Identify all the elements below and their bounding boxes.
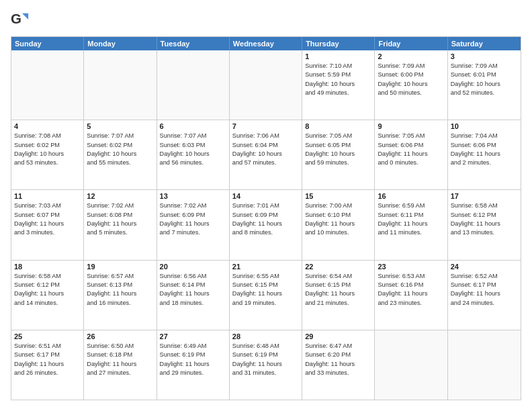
day-number: 9 — [378, 122, 444, 130]
calendar-row-2: 11Sunrise: 7:03 AM Sunset: 6:07 PM Dayli… — [11, 190, 521, 260]
calendar-row-3: 18Sunrise: 6:58 AM Sunset: 6:12 PM Dayli… — [11, 261, 521, 330]
cell-info: Sunrise: 6:48 AM Sunset: 6:19 PM Dayligh… — [232, 342, 299, 377]
cell-info: Sunrise: 7:06 AM Sunset: 6:04 PM Dayligh… — [232, 132, 299, 167]
day-number: 21 — [232, 263, 299, 271]
calendar-cell: 26Sunrise: 6:50 AM Sunset: 6:18 PM Dayli… — [84, 330, 157, 400]
cell-info: Sunrise: 7:01 AM Sunset: 6:09 PM Dayligh… — [232, 201, 299, 237]
day-number: 13 — [160, 192, 226, 200]
calendar: SundayMondayTuesdayWednesdayThursdayFrid… — [11, 36, 521, 400]
cell-info: Sunrise: 6:54 AM Sunset: 6:15 PM Dayligh… — [305, 272, 371, 308]
calendar-header: SundayMondayTuesdayWednesdayThursdayFrid… — [11, 37, 521, 50]
day-number: 7 — [232, 122, 299, 130]
cell-info: Sunrise: 7:07 AM Sunset: 6:03 PM Dayligh… — [160, 132, 226, 167]
day-number: 14 — [232, 192, 299, 200]
header-cell-saturday: Saturday — [448, 37, 521, 50]
header-cell-sunday: Sunday — [11, 37, 84, 50]
day-number: 3 — [451, 52, 518, 60]
day-number: 15 — [305, 192, 371, 200]
calendar-cell: 7Sunrise: 7:06 AM Sunset: 6:04 PM Daylig… — [230, 120, 302, 189]
calendar-cell: 28Sunrise: 6:48 AM Sunset: 6:19 PM Dayli… — [230, 330, 302, 400]
header-cell-tuesday: Tuesday — [157, 37, 230, 50]
calendar-cell — [230, 50, 302, 120]
cell-info: Sunrise: 6:53 AM Sunset: 6:16 PM Dayligh… — [378, 272, 444, 308]
day-number: 5 — [87, 122, 153, 130]
cell-info: Sunrise: 6:51 AM Sunset: 6:17 PM Dayligh… — [14, 342, 81, 377]
day-number: 26 — [87, 332, 153, 340]
svg-text:G: G — [11, 11, 21, 26]
cell-info: Sunrise: 6:52 AM Sunset: 6:17 PM Dayligh… — [451, 272, 518, 308]
calendar-cell: 22Sunrise: 6:54 AM Sunset: 6:15 PM Dayli… — [302, 261, 375, 330]
calendar-cell: 9Sunrise: 7:05 AM Sunset: 6:06 PM Daylig… — [375, 120, 447, 189]
cell-info: Sunrise: 6:58 AM Sunset: 6:12 PM Dayligh… — [14, 272, 81, 308]
day-number: 23 — [378, 263, 444, 271]
calendar-cell: 6Sunrise: 7:07 AM Sunset: 6:03 PM Daylig… — [157, 120, 230, 189]
logo: G — [11, 11, 32, 30]
calendar-cell: 21Sunrise: 6:55 AM Sunset: 6:15 PM Dayli… — [230, 261, 302, 330]
calendar-cell — [84, 50, 157, 120]
day-number: 19 — [87, 263, 153, 271]
calendar-row-1: 4Sunrise: 7:08 AM Sunset: 6:02 PM Daylig… — [11, 120, 521, 190]
day-number: 27 — [160, 332, 226, 340]
cell-info: Sunrise: 7:04 AM Sunset: 6:06 PM Dayligh… — [451, 132, 518, 167]
cell-info: Sunrise: 7:10 AM Sunset: 5:59 PM Dayligh… — [305, 62, 371, 97]
cell-info: Sunrise: 6:58 AM Sunset: 6:12 PM Dayligh… — [451, 201, 518, 237]
calendar-cell: 10Sunrise: 7:04 AM Sunset: 6:06 PM Dayli… — [448, 120, 521, 189]
header-cell-thursday: Thursday — [302, 37, 375, 50]
cell-info: Sunrise: 6:50 AM Sunset: 6:18 PM Dayligh… — [87, 342, 153, 377]
day-number: 1 — [305, 52, 371, 60]
cell-info: Sunrise: 7:09 AM Sunset: 6:00 PM Dayligh… — [378, 62, 444, 97]
cell-info: Sunrise: 6:55 AM Sunset: 6:15 PM Dayligh… — [232, 272, 299, 308]
cell-info: Sunrise: 7:08 AM Sunset: 6:02 PM Dayligh… — [14, 132, 81, 167]
day-number: 4 — [14, 122, 81, 130]
day-number: 20 — [160, 263, 226, 271]
day-number: 11 — [14, 192, 81, 200]
header-cell-wednesday: Wednesday — [230, 37, 302, 50]
calendar-cell: 18Sunrise: 6:58 AM Sunset: 6:12 PM Dayli… — [11, 261, 84, 330]
calendar-cell: 14Sunrise: 7:01 AM Sunset: 6:09 PM Dayli… — [230, 190, 302, 259]
calendar-cell — [157, 50, 230, 120]
cell-info: Sunrise: 7:05 AM Sunset: 6:05 PM Dayligh… — [305, 132, 371, 167]
day-number: 16 — [378, 192, 444, 200]
calendar-cell: 17Sunrise: 6:58 AM Sunset: 6:12 PM Dayli… — [448, 190, 521, 259]
calendar-cell: 3Sunrise: 7:09 AM Sunset: 6:01 PM Daylig… — [448, 50, 521, 120]
day-number: 22 — [305, 263, 371, 271]
calendar-cell — [375, 330, 447, 400]
calendar-row-4: 25Sunrise: 6:51 AM Sunset: 6:17 PM Dayli… — [11, 330, 521, 400]
cell-info: Sunrise: 7:03 AM Sunset: 6:07 PM Dayligh… — [14, 201, 81, 237]
day-number: 6 — [160, 122, 226, 130]
header: G — [11, 11, 521, 30]
cell-info: Sunrise: 7:07 AM Sunset: 6:02 PM Dayligh… — [87, 132, 153, 167]
calendar-cell: 8Sunrise: 7:05 AM Sunset: 6:05 PM Daylig… — [302, 120, 375, 189]
calendar-body: 1Sunrise: 7:10 AM Sunset: 5:59 PM Daylig… — [11, 50, 521, 400]
day-number: 2 — [378, 52, 444, 60]
day-number: 25 — [14, 332, 81, 340]
cell-info: Sunrise: 6:49 AM Sunset: 6:19 PM Dayligh… — [160, 342, 226, 377]
cell-info: Sunrise: 6:47 AM Sunset: 6:20 PM Dayligh… — [305, 342, 371, 377]
calendar-cell: 11Sunrise: 7:03 AM Sunset: 6:07 PM Dayli… — [11, 190, 84, 259]
header-cell-friday: Friday — [375, 37, 447, 50]
svg-marker-1 — [22, 13, 28, 19]
day-number: 18 — [14, 263, 81, 271]
calendar-cell: 4Sunrise: 7:08 AM Sunset: 6:02 PM Daylig… — [11, 120, 84, 189]
calendar-cell: 2Sunrise: 7:09 AM Sunset: 6:00 PM Daylig… — [375, 50, 447, 120]
calendar-cell — [448, 330, 521, 400]
calendar-cell: 24Sunrise: 6:52 AM Sunset: 6:17 PM Dayli… — [448, 261, 521, 330]
header-cell-monday: Monday — [84, 37, 157, 50]
cell-info: Sunrise: 7:09 AM Sunset: 6:01 PM Dayligh… — [451, 62, 518, 97]
day-number: 29 — [305, 332, 371, 340]
day-number: 24 — [451, 263, 518, 271]
day-number: 8 — [305, 122, 371, 130]
calendar-cell: 27Sunrise: 6:49 AM Sunset: 6:19 PM Dayli… — [157, 330, 230, 400]
day-number: 12 — [87, 192, 153, 200]
calendar-cell: 25Sunrise: 6:51 AM Sunset: 6:17 PM Dayli… — [11, 330, 84, 400]
day-number: 10 — [451, 122, 518, 130]
calendar-cell: 15Sunrise: 7:00 AM Sunset: 6:10 PM Dayli… — [302, 190, 375, 259]
day-number: 17 — [451, 192, 518, 200]
cell-info: Sunrise: 7:02 AM Sunset: 6:08 PM Dayligh… — [87, 201, 153, 237]
cell-info: Sunrise: 7:05 AM Sunset: 6:06 PM Dayligh… — [378, 132, 444, 167]
cell-info: Sunrise: 6:59 AM Sunset: 6:11 PM Dayligh… — [378, 201, 444, 237]
cell-info: Sunrise: 7:00 AM Sunset: 6:10 PM Dayligh… — [305, 201, 371, 237]
calendar-row-0: 1Sunrise: 7:10 AM Sunset: 5:59 PM Daylig… — [11, 50, 521, 120]
calendar-cell: 12Sunrise: 7:02 AM Sunset: 6:08 PM Dayli… — [84, 190, 157, 259]
calendar-cell: 23Sunrise: 6:53 AM Sunset: 6:16 PM Dayli… — [375, 261, 447, 330]
